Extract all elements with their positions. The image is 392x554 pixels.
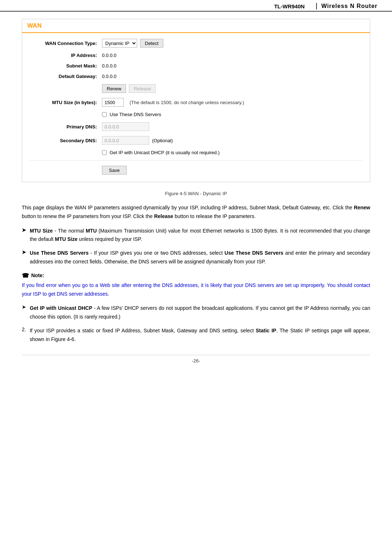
note-text: If you find error when you go to a Web s…	[22, 281, 370, 299]
figure-caption: Figure 4-5 WAN - Dynamic IP	[22, 191, 370, 196]
wan-panel: WAN WAN Connection Type: Dynamic IP Dete…	[22, 19, 370, 182]
numbered-label-static: 2.	[22, 327, 26, 332]
page-header: TL-WR940N Wireless N Router	[0, 0, 392, 12]
secondary-dns-row: Secondary DNS: (Optional)	[29, 136, 363, 145]
dns-checkbox-row: Use These DNS Servers	[29, 112, 363, 117]
save-button[interactable]: Save	[102, 166, 127, 175]
subnet-mask-label: Subnet Mask:	[29, 63, 102, 69]
secondary-dns-optional: (Optional)	[152, 138, 173, 143]
connection-type-row: WAN Connection Type: Dynamic IP Detect	[29, 39, 363, 48]
header-model: TL-WR940N	[274, 3, 305, 9]
renew-release-row: Renew Release	[29, 84, 363, 93]
mtu-label: MTU Size (in bytes):	[29, 100, 102, 105]
subnet-mask-value-area: 0.0.0.0	[102, 63, 363, 69]
mtu-row: MTU Size (in bytes): (The default is 150…	[29, 98, 363, 107]
ip-address-label: IP Address:	[29, 53, 102, 58]
ip-address-value: 0.0.0.0	[102, 53, 117, 58]
bullet-arrow-mtu: ➤	[22, 227, 26, 233]
subnet-mask-row: Subnet Mask: 0.0.0.0	[29, 63, 363, 69]
connection-type-select[interactable]: Dynamic IP	[102, 39, 137, 48]
header-title: Wireless N Router	[321, 3, 377, 9]
wan-panel-title: WAN	[27, 22, 42, 29]
bullet-content-dns: Use These DNS Servers - If your ISP give…	[30, 249, 370, 266]
page-footer: -26-	[22, 355, 370, 364]
bullet-arrow-dns: ➤	[22, 249, 26, 255]
numbered-content-static: If your ISP provides a static or fixed I…	[30, 327, 370, 344]
default-gateway-label: Default Gateway:	[29, 74, 102, 79]
detect-button[interactable]: Detect	[140, 39, 163, 48]
default-gateway-value: 0.0.0.0	[102, 74, 117, 79]
secondary-dns-controls: (Optional)	[102, 136, 363, 145]
body-paragraph: This page displays the WAN IP parameters…	[22, 204, 370, 221]
bullet-item-dns: ➤ Use These DNS Servers - If your ISP gi…	[22, 249, 370, 266]
bullet-item-mtu: ➤ MTU Size - The normal MTU (Maximum Tra…	[22, 227, 370, 244]
unicast-checkbox[interactable]	[102, 150, 107, 155]
main-content: WAN WAN Connection Type: Dynamic IP Dete…	[0, 19, 392, 364]
note-section: ☎ Note: If you find error when you go to…	[22, 272, 370, 299]
primary-dns-controls	[102, 122, 363, 131]
subnet-mask-value: 0.0.0.0	[102, 63, 117, 69]
save-row: Save	[29, 160, 363, 175]
ip-address-row: IP Address: 0.0.0.0	[29, 53, 363, 58]
numbered-item-static: 2. If your ISP provides a static or fixe…	[22, 327, 370, 344]
renew-button[interactable]: Renew	[102, 84, 126, 93]
wan-panel-header: WAN	[22, 19, 370, 33]
note-icon: ☎	[22, 272, 29, 279]
mtu-controls: (The default is 1500, do not change unle…	[102, 98, 363, 107]
bullet-content-mtu: MTU Size - The normal MTU (Maximum Trans…	[30, 227, 370, 244]
primary-dns-row: Primary DNS:	[29, 122, 363, 131]
dns-servers-label: Use These DNS Servers	[110, 112, 161, 117]
numbered-item-unicast: ➤ Get IP with Unicast DHCP - A few ISPs'…	[22, 304, 370, 321]
default-gateway-value-area: 0.0.0.0	[102, 74, 363, 79]
renew-release-controls: Renew Release	[102, 84, 363, 93]
secondary-dns-input[interactable]	[102, 136, 149, 145]
mtu-input[interactable]	[102, 98, 124, 107]
note-label: ☎ Note:	[22, 272, 370, 279]
numbered-list: ➤ Get IP with Unicast DHCP - A few ISPs'…	[22, 304, 370, 344]
connection-type-label: WAN Connection Type:	[29, 41, 102, 46]
release-button[interactable]: Release	[129, 84, 156, 93]
dns-servers-checkbox[interactable]	[102, 112, 107, 117]
unicast-row: Get IP with Unicast DHCP (it is usually …	[29, 150, 363, 155]
wan-panel-body: WAN Connection Type: Dynamic IP Detect I…	[22, 33, 370, 182]
unicast-label: Get IP with Unicast DHCP (it is usually …	[110, 150, 220, 155]
ip-address-value-area: 0.0.0.0	[102, 53, 363, 58]
mtu-note: (The default is 1500, do not change unle…	[130, 100, 244, 105]
bullet-list: ➤ MTU Size - The normal MTU (Maximum Tra…	[22, 227, 370, 266]
secondary-dns-label: Secondary DNS:	[29, 138, 102, 143]
numbered-label-unicast: ➤	[22, 304, 26, 310]
connection-type-controls: Dynamic IP Detect	[102, 39, 363, 48]
primary-dns-label: Primary DNS:	[29, 124, 102, 130]
note-title: Note:	[31, 272, 44, 278]
numbered-content-unicast: Get IP with Unicast DHCP - A few ISPs' D…	[30, 304, 370, 321]
header-separator	[316, 3, 317, 9]
default-gateway-row: Default Gateway: 0.0.0.0	[29, 74, 363, 79]
primary-dns-input[interactable]	[102, 122, 149, 131]
page-number: -26-	[192, 358, 200, 364]
